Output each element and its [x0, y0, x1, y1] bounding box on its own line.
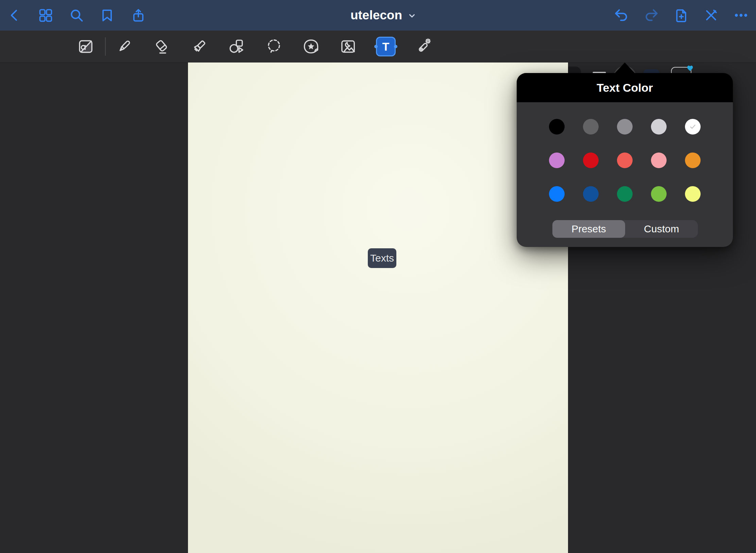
color-swatch[interactable]	[583, 186, 599, 202]
goodnotes-app: utelecon	[0, 0, 756, 553]
document-title-button[interactable]: utelecon	[350, 0, 416, 31]
segment-presets-label: Presets	[571, 223, 606, 235]
text-tool-letter: T	[382, 40, 390, 53]
image-tool[interactable]	[338, 37, 358, 56]
popover-title: Text Color	[597, 81, 653, 94]
stylus-toggle-button[interactable]	[703, 7, 719, 23]
lasso-icon	[265, 38, 283, 55]
redo-icon	[643, 8, 659, 23]
search-button[interactable]	[69, 7, 84, 23]
laser-pointer-icon	[414, 38, 432, 55]
document-page[interactable]	[188, 63, 568, 553]
color-swatch[interactable]	[583, 153, 599, 168]
document-title: utelecon	[350, 8, 402, 22]
popover-header: Text Color	[517, 73, 733, 102]
highlighter-tool[interactable]	[189, 37, 209, 56]
pen-icon	[115, 38, 133, 55]
color-swatch[interactable]	[685, 186, 701, 202]
sticker-star-icon	[302, 38, 320, 55]
color-swatch[interactable]	[549, 153, 565, 168]
add-page-button[interactable]	[673, 7, 689, 23]
shapes-icon	[227, 38, 245, 55]
add-page-icon	[674, 7, 689, 23]
bookmark-button[interactable]	[100, 7, 115, 23]
ellipsis-icon	[733, 8, 749, 23]
toolbar-divider	[105, 37, 106, 56]
segment-custom[interactable]: Custom	[625, 220, 698, 238]
color-swatch[interactable]	[549, 186, 565, 202]
navigation-bar: utelecon	[0, 0, 756, 31]
color-swatch[interactable]	[617, 186, 633, 202]
elements-tool[interactable]	[301, 37, 321, 56]
color-swatch[interactable]	[651, 186, 667, 202]
popover-body: Presets Custom	[517, 102, 733, 247]
color-swatch[interactable]	[685, 119, 701, 135]
nav-left-group	[7, 0, 146, 31]
eraser-icon	[153, 38, 170, 55]
color-swatch[interactable]	[651, 153, 667, 168]
segment-custom-label: Custom	[644, 223, 679, 235]
grid-view-icon	[38, 8, 53, 23]
back-button[interactable]	[7, 7, 22, 23]
text-object[interactable]: Texts	[368, 248, 396, 268]
page-mode-icon	[77, 38, 94, 55]
color-swatch[interactable]	[651, 119, 667, 135]
stylus-cross-icon	[704, 8, 719, 23]
bookmark-icon	[100, 8, 115, 23]
selection-handle-icon	[374, 45, 378, 48]
lasso-tool[interactable]	[264, 37, 284, 56]
color-swatch[interactable]	[549, 119, 565, 135]
back-chevron-icon	[8, 8, 21, 23]
tools-toolbar: T HiraginoSans-... 16 T	[0, 31, 756, 63]
thumbnails-button[interactable]	[38, 7, 53, 23]
eraser-tool[interactable]	[152, 37, 171, 56]
popover-arrow	[615, 63, 635, 73]
search-icon	[69, 8, 84, 23]
page-mode-tool[interactable]	[76, 37, 96, 56]
color-swatch[interactable]	[617, 119, 633, 135]
shapes-tool[interactable]	[226, 37, 246, 56]
color-swatch[interactable]	[685, 153, 701, 168]
selection-handle-icon	[394, 45, 397, 48]
text-tool-selected[interactable]: T	[376, 37, 396, 56]
more-options-button[interactable]	[733, 7, 749, 23]
text-color-popover: Text Color Presets Custom	[517, 73, 733, 247]
swatch-grid	[549, 119, 701, 202]
undo-button[interactable]	[614, 7, 629, 23]
segment-presets[interactable]: Presets	[552, 220, 625, 238]
redo-button[interactable]	[643, 7, 659, 23]
undo-icon	[614, 8, 629, 23]
chevron-down-icon	[408, 9, 416, 23]
presets-custom-segmented-control: Presets Custom	[552, 220, 698, 238]
pen-tool[interactable]	[114, 37, 134, 56]
color-swatch[interactable]	[617, 153, 633, 168]
nav-right-group	[614, 0, 749, 31]
share-button[interactable]	[131, 7, 146, 23]
laser-pointer-tool[interactable]	[413, 37, 433, 56]
color-swatch[interactable]	[583, 119, 599, 135]
text-object-label: Texts	[370, 252, 394, 264]
image-icon	[339, 38, 357, 55]
highlighter-icon	[190, 38, 208, 55]
checkmark-icon	[688, 122, 697, 131]
share-icon	[131, 7, 145, 23]
